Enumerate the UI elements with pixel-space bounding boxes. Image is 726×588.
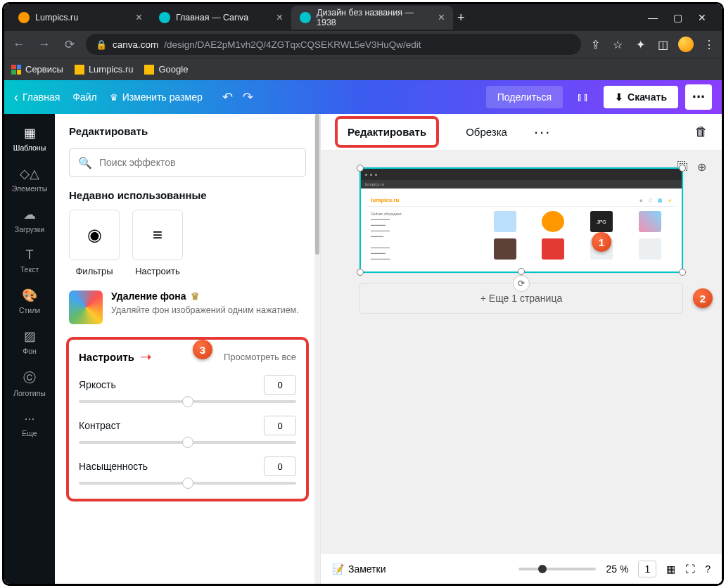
tab-design[interactable]: Дизайн без названия — 1938 × (291, 6, 453, 30)
bg-remove-title: Удаление фона (111, 290, 186, 302)
logos-icon: ⓒ (23, 369, 36, 386)
minimize-icon[interactable]: — (648, 12, 658, 23)
styles-icon: 🎨 (22, 288, 37, 303)
crown-icon: ♛ (110, 92, 118, 103)
favicon-icon (159, 12, 170, 23)
resize-handle[interactable] (679, 165, 686, 172)
menu-icon[interactable]: ⋮ (702, 37, 716, 51)
rail-text[interactable]: TТекст (4, 241, 55, 281)
tab-canva-home[interactable]: Главная — Canva × (151, 6, 291, 30)
canvas-workspace[interactable]: ⿻ ⊕ lumpics.ru lumpics.ru⚙📄🌐⚡ Сейчас обс… (321, 151, 722, 553)
bookmark-lumpics[interactable]: Lumpics.ru (75, 64, 134, 75)
undo-button[interactable]: ↶ (222, 89, 233, 105)
toolbar-edit-button[interactable]: Редактировать (335, 116, 439, 148)
bookmarks-bar: Сервисы Lumpics.ru Google (4, 58, 722, 80)
bg-remove-thumb (69, 290, 103, 324)
add-page-button[interactable]: ⟳ + Еще 1 страница (359, 283, 683, 314)
filters-icon: ◉ (87, 225, 102, 245)
annotation-badge-2: 2 (693, 288, 713, 308)
tab-title: Дизайн без названия — 1938 (317, 8, 433, 27)
file-menu[interactable]: Файл (72, 91, 96, 103)
saturation-track[interactable] (79, 482, 296, 485)
slider-thumb[interactable] (182, 478, 193, 489)
search-input[interactable] (99, 157, 297, 168)
rail-elements[interactable]: ◇△Элементы (4, 159, 55, 200)
resize-handle[interactable] (518, 268, 525, 275)
saturation-value[interactable]: 0 (264, 456, 296, 476)
profile-avatar[interactable] (678, 37, 694, 52)
contrast-value[interactable]: 0 (264, 416, 296, 435)
zoom-slider[interactable] (518, 568, 596, 570)
more-icon: ··· (24, 411, 34, 426)
toolbar-crop-button[interactable]: Обрезка (456, 119, 517, 145)
tab-lumpics[interactable]: Lumpics.ru × (10, 6, 151, 30)
zoom-value[interactable]: 25 % (606, 563, 628, 575)
canva-header: ‹Главная Файл ♛Изменить размер ↶ ↷ Подел… (4, 80, 722, 114)
bookmark-services[interactable]: Сервисы (11, 64, 63, 75)
rail-styles[interactable]: 🎨Стили (4, 281, 55, 321)
share-url-icon[interactable]: ⇪ (588, 37, 602, 51)
tab-title: Главная — Canva (176, 13, 248, 23)
selected-image[interactable]: lumpics.ru lumpics.ru⚙📄🌐⚡ Сейчас обсужда… (359, 167, 683, 273)
side-panel: Редактировать 🔍 Недавно использованные ◉… (55, 114, 321, 584)
address-bar: ← → ⟳ 🔒 canva.com/design/DAE2pM1vh2Q/4ZG… (4, 31, 722, 58)
resize-handle[interactable] (679, 269, 686, 276)
view-all-link[interactable]: Просмотреть все (224, 352, 296, 362)
uploads-icon: ☁ (23, 207, 36, 222)
reload-button[interactable]: ⟳ (60, 35, 79, 53)
resize-handle[interactable] (357, 165, 364, 172)
url-input[interactable]: 🔒 canva.com/design/DAE2pM1vh2Q/4ZGTqxCQS… (86, 34, 581, 55)
recent-adjust[interactable]: ≡ Настроить (132, 210, 183, 276)
slider-thumb[interactable] (182, 396, 193, 407)
bg-remove-card[interactable]: Удаление фона ♛ Удаляйте фон изображений… (69, 290, 306, 324)
maximize-icon[interactable]: ▢ (673, 12, 682, 23)
contrast-track[interactable] (79, 441, 296, 444)
slider-thumb[interactable] (538, 565, 547, 573)
adjust-heading: Настроить (79, 351, 134, 363)
add-page-icon[interactable]: ⊕ (697, 160, 706, 174)
close-icon[interactable]: × (438, 11, 445, 24)
annotation-badge-1: 1 (592, 232, 611, 252)
toolbar-more[interactable]: ··· (534, 123, 551, 141)
effects-search[interactable]: 🔍 (69, 148, 306, 177)
share-button[interactable]: Поделиться (486, 86, 563, 108)
fullscreen-icon[interactable]: ⛶ (685, 563, 695, 575)
star-icon[interactable]: ☆ (611, 37, 625, 51)
notes-button[interactable]: 📝Заметки (332, 563, 386, 575)
url-path: /design/DAE2pM1vh2Q/4ZGTqxCQSEKRWL5eV3Hu… (164, 39, 421, 50)
panel-scrollbar[interactable] (314, 114, 320, 584)
close-icon[interactable]: × (136, 11, 142, 24)
rail-templates[interactable]: ▦Шаблоны (4, 118, 55, 159)
back-button[interactable]: ← (10, 35, 28, 53)
rail-logos[interactable]: ⓒЛоготипы (4, 362, 55, 404)
delete-button[interactable]: 🗑 (695, 124, 708, 139)
close-window-icon[interactable]: ✕ (698, 12, 706, 23)
home-button[interactable]: ‹Главная (14, 90, 60, 105)
insights-icon[interactable]: ⫾⫾ (570, 84, 597, 110)
recent-filters[interactable]: ◉ Фильтры (69, 210, 120, 276)
rail-background[interactable]: ▨Фон (4, 321, 55, 362)
extensions-icon[interactable]: ✦ (633, 37, 647, 51)
help-icon[interactable]: ? (705, 563, 711, 575)
resize-handle[interactable] (357, 269, 364, 276)
slider-thumb[interactable] (182, 437, 193, 448)
brightness-value[interactable]: 0 (264, 375, 296, 395)
crown-icon: ♛ (191, 290, 200, 302)
grid-view-icon[interactable]: ▦ (666, 563, 675, 575)
close-icon[interactable]: × (276, 11, 283, 24)
new-tab-button[interactable]: + (457, 11, 465, 25)
resize-button[interactable]: ♛Изменить размер (110, 91, 203, 103)
redo-button[interactable]: ↷ (243, 89, 253, 105)
download-button[interactable]: ⬇Скачать (604, 86, 678, 108)
panel-icon[interactable]: ◫ (656, 37, 670, 51)
lock-icon: 🔒 (96, 39, 107, 50)
contrast-slider: Контраст0 (79, 416, 296, 444)
bottom-bar: 📝Заметки 25 % 1 ▦ ⛶ ? (321, 553, 722, 584)
rail-uploads[interactable]: ☁Загрузки (4, 200, 55, 241)
forward-button[interactable]: → (35, 35, 53, 53)
rail-more[interactable]: ···Еще (4, 404, 55, 445)
bookmark-google[interactable]: Google (144, 64, 188, 75)
more-button[interactable]: ··· (685, 84, 712, 110)
brightness-track[interactable] (79, 400, 296, 403)
page-indicator[interactable]: 1 (638, 561, 656, 577)
